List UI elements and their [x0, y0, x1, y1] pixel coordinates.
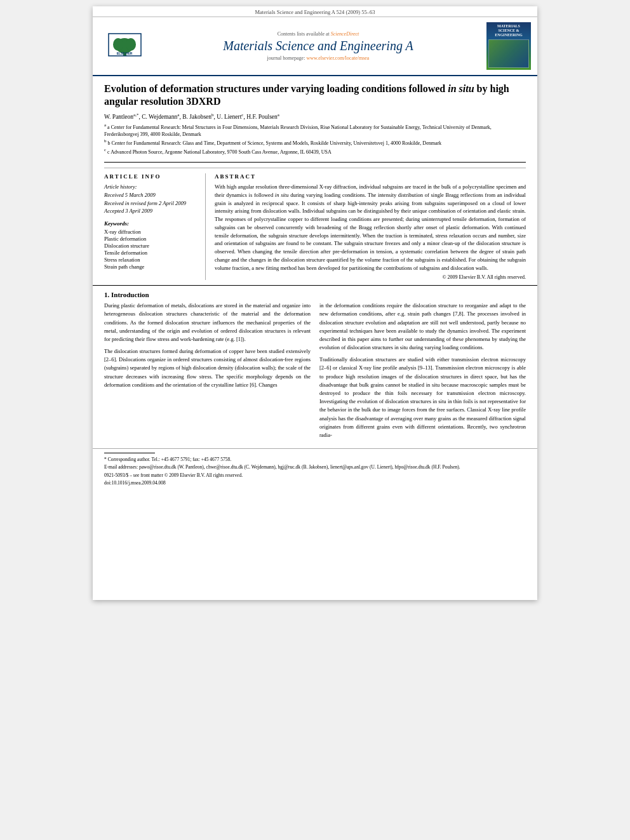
sciencedirect-line: Contents lists available at ScienceDirec… [278, 31, 359, 37]
elsevier-logo-area: ELSEVIER [99, 22, 150, 70]
affiliations: a a Center for Fundamental Research: Met… [104, 123, 526, 156]
affil-3: c c Advanced Photon Source, Argonne Nati… [104, 147, 526, 156]
journal-cover-image: MATERIALSSCIENCE &ENGINEERING [486, 22, 531, 70]
intro-para-1: During plastic deformation of metals, di… [104, 302, 311, 343]
sciencedirect-link[interactable]: ScienceDirect [331, 31, 359, 37]
journal-title: Materials Science and Engineering A [223, 39, 413, 53]
intro-para-4: Traditionally dislocation structures are… [319, 356, 526, 439]
cover-title: MATERIALSSCIENCE &ENGINEERING [495, 24, 522, 38]
received-date: Received 5 March 2009 [104, 191, 199, 199]
doi-line: doi:10.1016/j.msea.2009.04.008 [104, 479, 526, 486]
accepted-date: Accepted 3 April 2009 [104, 207, 199, 215]
journal-info-center: Contents lists available at ScienceDirec… [155, 22, 481, 70]
intro-heading: 1. Introduction [104, 291, 526, 298]
issn-line: 0921-5093/$ – see front matter © 2009 El… [104, 472, 526, 479]
footnotes: * Corresponding author. Tel.: +45 4677 5… [93, 448, 537, 490]
article-authors: W. Pantleona,*, C. Wejdemanna, B. Jakobs… [104, 112, 526, 120]
svg-text:ELSEVIER: ELSEVIER [116, 51, 132, 55]
revised-date: Received in revised form 2 April 2009 [104, 199, 199, 208]
citation-text: Materials Science and Engineering A 524 … [255, 9, 375, 15]
email-line: E-mail addresses: pawo@risoe.dtu.dk (W. … [104, 463, 526, 470]
svg-point-2 [113, 38, 123, 51]
copyright-line: © 2009 Elsevier B.V. All rights reserved… [215, 274, 526, 280]
page: Materials Science and Engineering A 524 … [93, 6, 537, 600]
keyword-4: Tensile deformation [104, 250, 199, 256]
keyword-1: X-ray diffraction [104, 229, 199, 235]
abstract-label: ABSTRACT [215, 173, 526, 180]
keywords-section: Keywords: X-ray diffraction Plastic defo… [104, 220, 199, 270]
intro-para-2: The dislocation structures formed during… [104, 347, 311, 389]
main-body: 1. Introduction During plastic deformati… [93, 285, 537, 448]
article-info-col: ARTICLE INFO Article history: Received 5… [104, 173, 206, 280]
article-history: Article history: Received 5 March 2009 R… [104, 183, 199, 215]
journal-header: ELSEVIER Contents lists available at Sci… [93, 17, 537, 76]
keywords-label: Keywords: [104, 220, 199, 227]
elsevier-tree-logo: ELSEVIER [107, 33, 142, 58]
citation-bar: Materials Science and Engineering A 524 … [93, 6, 537, 17]
intro-col-right: in the deformation conditions require th… [319, 302, 526, 443]
article-title-section: Evolution of deformation structures unde… [104, 83, 526, 163]
journal-cover-right: MATERIALSSCIENCE &ENGINEERING [486, 22, 531, 70]
intro-columns: During plastic deformation of metals, di… [104, 302, 526, 443]
keyword-5: Stress relaxation [104, 257, 199, 263]
cover-photo [488, 39, 529, 68]
journal-homepage: journal homepage: www.elsevier.com/locat… [267, 55, 370, 61]
abstract-text: With high angular resolution three-dimen… [215, 183, 526, 272]
keyword-2: Plastic deformation [104, 236, 199, 242]
affil-2: b b Center for Fundamental Research: Gla… [104, 138, 526, 147]
abstract-col: ABSTRACT With high angular resolution th… [215, 173, 526, 280]
intro-col-left: During plastic deformation of metals, di… [104, 302, 311, 443]
history-label: Article history: [104, 183, 199, 191]
article-info-label: ARTICLE INFO [104, 173, 199, 180]
affil-1: a a Center for Fundamental Research: Met… [104, 123, 526, 138]
keyword-3: Dislocation structure [104, 243, 199, 249]
footnote-separator [104, 453, 155, 453]
article-content: Evolution of deformation structures unde… [93, 76, 537, 281]
svg-point-3 [126, 38, 136, 51]
article-info-abstract: ARTICLE INFO Article history: Received 5… [104, 168, 526, 280]
corresponding-author: * Corresponding author. Tel.: +45 4677 5… [104, 456, 526, 463]
homepage-url[interactable]: www.elsevier.com/locate/msea [306, 55, 369, 61]
article-title: Evolution of deformation structures unde… [104, 83, 526, 109]
intro-para-3: in the deformation conditions require th… [319, 302, 526, 352]
keyword-6: Strain path change [104, 263, 199, 270]
